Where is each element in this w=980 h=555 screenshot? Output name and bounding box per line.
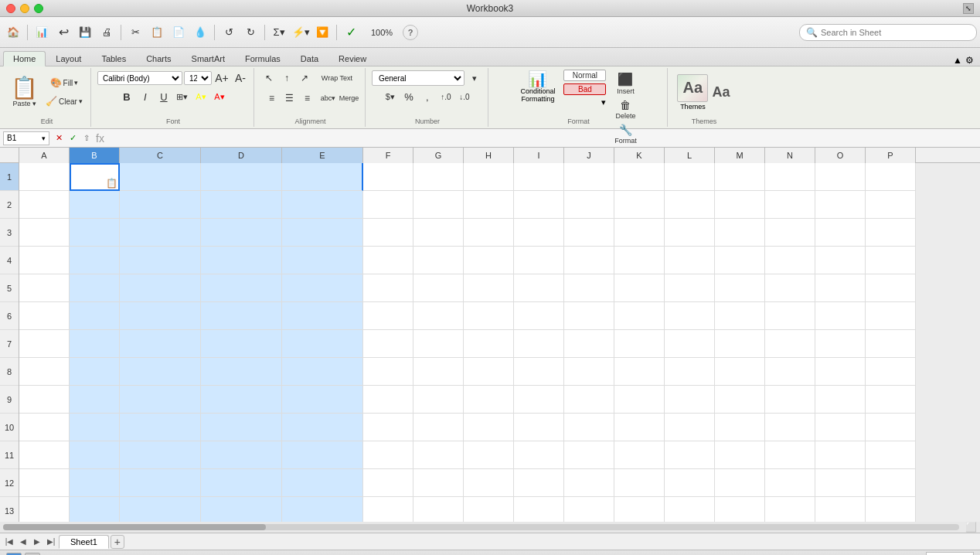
cell-J3[interactable]	[564, 219, 614, 247]
borders-btn[interactable]: ⊞▾	[174, 88, 191, 105]
cell-A5[interactable]	[19, 274, 70, 302]
cell-N7[interactable]	[765, 330, 815, 358]
cell-O7[interactable]	[815, 330, 866, 358]
cell-K4[interactable]	[614, 247, 665, 274]
col-header-E[interactable]: E	[282, 148, 363, 163]
cell-D12[interactable]	[201, 469, 282, 497]
cell-J4[interactable]	[564, 247, 614, 274]
cell-M7[interactable]	[715, 330, 765, 358]
decrease-decimal-btn[interactable]: ↓.0	[456, 88, 473, 105]
cell-K11[interactable]	[614, 441, 665, 469]
cell-D10[interactable]	[201, 414, 282, 441]
cell-O4[interactable]	[815, 247, 866, 274]
expand-formula-btn[interactable]: ⇧	[80, 132, 93, 145]
cell-O3[interactable]	[815, 219, 866, 247]
cell-M12[interactable]	[715, 469, 765, 497]
corner-cell[interactable]	[0, 148, 19, 162]
cell-P12[interactable]	[866, 469, 916, 497]
cell-H9[interactable]	[464, 386, 514, 414]
scroll-track[interactable]	[3, 524, 959, 530]
font-shrink-btn[interactable]: A-	[232, 70, 249, 87]
cell-E7[interactable]	[282, 330, 363, 358]
confirm-formula-btn[interactable]: ✓	[66, 132, 79, 145]
cell-B9[interactable]	[70, 386, 120, 414]
cell-D6[interactable]	[201, 302, 282, 330]
cell-O6[interactable]	[815, 302, 866, 330]
col-header-G[interactable]: G	[413, 148, 464, 163]
cell-C3[interactable]	[120, 219, 201, 247]
cell-H11[interactable]	[464, 441, 514, 469]
tab-layout[interactable]: Layout	[46, 51, 91, 66]
percent-btn[interactable]: %	[400, 88, 417, 105]
cell-H7[interactable]	[464, 330, 514, 358]
cell-L4[interactable]	[665, 247, 715, 274]
cell-C7[interactable]	[120, 330, 201, 358]
cell-P4[interactable]	[866, 247, 916, 274]
cell-O13[interactable]	[815, 497, 866, 522]
cell-B6[interactable]	[70, 302, 120, 330]
cell-E1[interactable]	[282, 163, 363, 191]
cell-K9[interactable]	[614, 386, 665, 414]
tab-home[interactable]: Home	[3, 51, 46, 66]
cell-C8[interactable]	[120, 358, 201, 386]
font-name-select[interactable]: Calibri (Body)	[97, 71, 182, 85]
cell-C9[interactable]	[120, 386, 201, 414]
tab-tables[interactable]: Tables	[91, 51, 136, 66]
cell-D11[interactable]	[201, 441, 282, 469]
scroll-thumb[interactable]	[3, 524, 266, 530]
row-num-11[interactable]: 11	[0, 441, 19, 469]
number-format-select[interactable]: General	[372, 70, 464, 86]
cell-F9[interactable]	[363, 386, 413, 414]
cell-K3[interactable]	[614, 219, 665, 247]
align-top-left-btn[interactable]: ↖	[260, 70, 277, 87]
cell-F6[interactable]	[363, 302, 413, 330]
row-num-12[interactable]: 12	[0, 469, 19, 497]
cell-M8[interactable]	[715, 358, 765, 386]
cell-B4[interactable]	[70, 247, 120, 274]
cell-H1[interactable]	[464, 163, 514, 191]
col-header-P[interactable]: P	[866, 148, 916, 163]
cell-C10[interactable]	[120, 414, 201, 441]
cell-K7[interactable]	[614, 330, 665, 358]
cell-A11[interactable]	[19, 441, 70, 469]
cell-B12[interactable]	[70, 469, 120, 497]
insert-cells-btn[interactable]: ⬛ Insert	[611, 71, 640, 96]
format-dropdown-arrow[interactable]: ▾	[601, 97, 606, 107]
col-header-L[interactable]: L	[665, 148, 715, 163]
cell-L11[interactable]	[665, 441, 715, 469]
save-toolbar-btn[interactable]: 💾	[75, 22, 95, 43]
cell-P13[interactable]	[866, 497, 916, 522]
normal-view-btn[interactable]: ⊞	[6, 553, 22, 556]
cell-E11[interactable]	[282, 441, 363, 469]
cancel-formula-btn[interactable]: ✕	[53, 132, 65, 145]
cell-L13[interactable]	[665, 497, 715, 522]
cell-M1[interactable]	[715, 163, 765, 191]
cell-B7[interactable]	[70, 330, 120, 358]
cell-reference-box[interactable]: B1 ▾	[3, 131, 49, 145]
merge-btn[interactable]: Merge	[340, 90, 357, 107]
cell-L7[interactable]	[665, 330, 715, 358]
cell-F8[interactable]	[363, 358, 413, 386]
sheet-tab-sheet1[interactable]: Sheet1	[59, 535, 109, 549]
cell-A6[interactable]	[19, 302, 70, 330]
clear-dropdown-icon[interactable]: ▾	[79, 97, 83, 105]
cell-E6[interactable]	[282, 302, 363, 330]
cell-I9[interactable]	[514, 386, 564, 414]
font-size-select[interactable]: 12	[184, 71, 212, 85]
window-controls[interactable]: ⤡	[963, 3, 974, 14]
cell-E13[interactable]	[282, 497, 363, 522]
cell-P5[interactable]	[866, 274, 916, 302]
cell-J12[interactable]	[564, 469, 614, 497]
row-num-1[interactable]: 1	[0, 163, 19, 191]
cell-P2[interactable]	[866, 191, 916, 219]
cell-L2[interactable]	[665, 191, 715, 219]
layout-view-btn[interactable]: ⊟	[25, 553, 40, 556]
ribbon-settings-icon[interactable]: ⚙	[965, 55, 974, 66]
filter-btn[interactable]: 🔽	[312, 22, 332, 43]
cell-H10[interactable]	[464, 414, 514, 441]
align-top-right-btn[interactable]: ↗	[296, 70, 313, 87]
cell-I10[interactable]	[514, 414, 564, 441]
row-num-2[interactable]: 2	[0, 191, 19, 219]
cell-E10[interactable]	[282, 414, 363, 441]
cell-I6[interactable]	[514, 302, 564, 330]
